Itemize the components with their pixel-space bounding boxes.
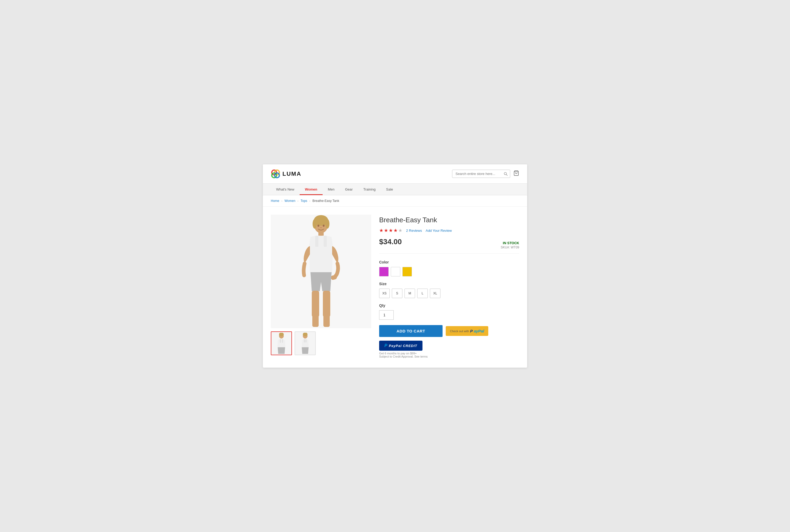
nav-item-gear[interactable]: Gear — [340, 184, 358, 195]
svg-rect-12 — [315, 236, 319, 247]
thumb-svg-1 — [273, 333, 289, 354]
checkout-paypal-button[interactable]: Check out with PayPal — [446, 326, 488, 336]
thumbnail-1[interactable] — [271, 331, 292, 355]
nav-list: What's New Women Men Gear Training Sale — [271, 184, 519, 195]
logo-text: LUMA — [283, 170, 302, 177]
size-m[interactable]: M — [405, 289, 415, 298]
star-3: ★ — [389, 228, 393, 233]
star-4: ★ — [393, 228, 398, 233]
breadcrumb-women[interactable]: Women — [285, 199, 295, 203]
size-options: XS S M L XL — [379, 289, 519, 298]
search-button[interactable] — [504, 172, 507, 176]
model-svg — [295, 214, 347, 328]
breadcrumb-current: Breathe-Easy Tank — [312, 199, 339, 203]
nav-item-whats-new[interactable]: What's New — [271, 184, 300, 195]
paypal-note: Get 6 months to pay on $99+ Subject to C… — [379, 352, 519, 358]
search-icon — [504, 172, 507, 176]
thumbnails — [271, 331, 371, 355]
product-images — [271, 214, 371, 360]
svg-rect-17 — [312, 312, 319, 327]
product-info: Breathe-Easy Tank ★ ★ ★ ★ ★ 2 Reviews Ad… — [379, 214, 519, 360]
qty-group: Qty — [379, 303, 519, 320]
paypal-logo-aypal: ayPal — [474, 329, 484, 333]
nav-item-men[interactable]: Men — [323, 184, 340, 195]
paypal-p-icon: P — [384, 343, 387, 348]
breadcrumb: Home › Women › Tops › Breathe-Easy Tank — [263, 195, 527, 207]
color-swatch-yellow[interactable] — [402, 267, 412, 277]
svg-rect-13 — [324, 236, 327, 247]
breadcrumb-sep-3: › — [309, 199, 310, 203]
color-swatch-purple[interactable] — [379, 267, 389, 277]
qty-input[interactable] — [379, 310, 394, 320]
action-row: Add to Cart Check out with PayPal — [379, 325, 519, 337]
header-right — [452, 170, 519, 178]
header: LUMA — [263, 164, 527, 184]
product-name: Breathe-Easy Tank — [379, 216, 519, 225]
add-to-cart-button[interactable]: Add to Cart — [379, 325, 443, 337]
svg-rect-28 — [305, 339, 307, 343]
qty-label: Qty — [379, 303, 519, 308]
sku-value: WT09 — [511, 246, 519, 249]
size-s[interactable]: S — [392, 289, 402, 298]
paypal-note-line2: Subject to Credit Approval. See terms — [379, 355, 519, 358]
sku-label: SKU#: — [501, 246, 510, 249]
svg-point-19 — [317, 225, 320, 227]
paypal-note-line1: Get 6 months to pay on $99+ — [379, 352, 519, 355]
size-xs[interactable]: XS — [379, 289, 390, 298]
rating-row: ★ ★ ★ ★ ★ 2 Reviews Add Your Review — [379, 228, 519, 233]
size-l[interactable]: L — [417, 289, 428, 298]
page-wrapper: LUMA What' — [263, 164, 527, 368]
product-sku: SKU#: WT09 — [501, 246, 519, 249]
review-count-link[interactable]: 2 Reviews — [406, 229, 422, 232]
paypal-credit-row: P PayPal CREDIT Get 6 months to pay on $… — [379, 341, 519, 358]
product-container: Breathe-Easy Tank ★ ★ ★ ★ ★ 2 Reviews Ad… — [263, 207, 527, 368]
stock-status: IN STOCK — [501, 241, 519, 245]
product-price: $34.00 — [379, 238, 402, 246]
paypal-logo-p: P — [470, 329, 473, 333]
thumb-svg-2 — [297, 333, 313, 354]
logo-icon — [271, 169, 280, 179]
svg-point-20 — [323, 225, 325, 227]
paypal-credit-button[interactable]: P PayPal CREDIT — [379, 341, 423, 351]
breadcrumb-sep-2: › — [297, 199, 298, 203]
star-rating: ★ ★ ★ ★ ★ — [379, 228, 402, 233]
breadcrumb-tops[interactable]: Tops — [301, 199, 307, 203]
svg-rect-23 — [280, 339, 281, 343]
cart-svg — [513, 170, 519, 176]
breadcrumb-sep-1: › — [282, 199, 283, 203]
color-swatches — [379, 267, 519, 277]
nav-item-women[interactable]: Women — [300, 184, 323, 195]
cart-icon[interactable] — [513, 170, 519, 177]
svg-point-9 — [312, 219, 317, 229]
star-2: ★ — [384, 228, 388, 233]
svg-rect-24 — [282, 339, 283, 343]
svg-point-14 — [330, 276, 337, 280]
thumbnail-2[interactable] — [295, 331, 316, 355]
color-label: Color — [379, 260, 519, 264]
add-review-link[interactable]: Add Your Review — [426, 229, 452, 232]
search-wrapper — [452, 170, 510, 178]
breadcrumb-home[interactable]: Home — [271, 199, 279, 203]
search-input[interactable] — [452, 170, 510, 178]
size-label: Size — [379, 282, 519, 286]
size-xl[interactable]: XL — [430, 289, 440, 298]
paypal-credit-text: PayPal CREDIT — [389, 344, 418, 348]
stock-info: IN STOCK SKU#: WT09 — [501, 241, 519, 249]
svg-rect-27 — [304, 339, 305, 343]
checkout-paypal-text: Check out with — [450, 329, 469, 333]
color-swatch-white[interactable] — [391, 267, 400, 277]
svg-line-5 — [506, 174, 507, 175]
navigation: What's New Women Men Gear Training Sale — [263, 184, 527, 195]
svg-rect-18 — [323, 312, 330, 327]
color-option-group: Color — [379, 260, 519, 277]
size-option-group: Size XS S M L XL — [379, 282, 519, 298]
price-row: $34.00 IN STOCK SKU#: WT09 — [379, 238, 519, 254]
nav-item-training[interactable]: Training — [358, 184, 381, 195]
main-product-image[interactable] — [271, 214, 371, 328]
star-1: ★ — [379, 228, 383, 233]
nav-item-sale[interactable]: Sale — [381, 184, 398, 195]
star-5: ★ — [398, 228, 402, 233]
svg-point-10 — [325, 219, 329, 229]
logo[interactable]: LUMA — [271, 169, 302, 179]
